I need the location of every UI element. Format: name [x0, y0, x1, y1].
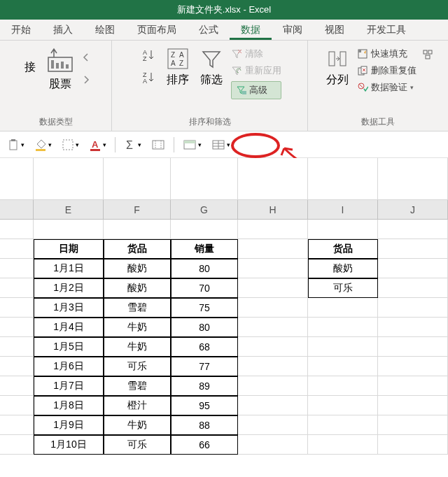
tab-view[interactable]: 视图	[314, 20, 356, 40]
cell[interactable]	[238, 298, 308, 318]
cell-side[interactable]: 可乐	[308, 278, 378, 298]
cell[interactable]	[238, 239, 308, 259]
cell-sales[interactable]: 80	[171, 318, 238, 337]
cell[interactable]	[378, 220, 448, 239]
advanced-filter-button[interactable]: 高级	[231, 81, 281, 99]
data-validation-button[interactable]: 数据验证 ▾	[357, 81, 416, 94]
cell[interactable]	[308, 357, 378, 376]
cell-product[interactable]: 酸奶	[104, 278, 171, 298]
qa-fill-color-button[interactable]: ▾	[33, 137, 53, 152]
sort-button[interactable]: ZAAZ 排序	[164, 45, 192, 90]
connections-button[interactable]: 接	[22, 57, 38, 78]
cell[interactable]	[0, 376, 34, 396]
sort-desc-button[interactable]: ZA	[141, 70, 155, 84]
col-header-F[interactable]: F	[104, 200, 171, 220]
cell[interactable]	[378, 278, 448, 298]
cell-blank[interactable]	[0, 158, 34, 200]
filter-button[interactable]: 筛选	[197, 45, 225, 90]
qa-conditional-format-button[interactable]: ▾	[181, 137, 203, 152]
cell[interactable]	[308, 337, 378, 357]
cell[interactable]	[238, 220, 308, 239]
col-header-I[interactable]: I	[308, 200, 378, 220]
cell[interactable]	[238, 278, 308, 298]
cell[interactable]	[308, 220, 378, 239]
tab-review[interactable]: 审阅	[272, 20, 314, 40]
cell-sales[interactable]: 70	[171, 278, 238, 298]
cell-product[interactable]: 牛奶	[104, 318, 171, 337]
cell[interactable]	[104, 220, 171, 239]
consolidate-button[interactable]	[422, 45, 433, 60]
cell[interactable]	[0, 415, 34, 435]
remove-duplicates-button[interactable]: 删除重复值	[357, 64, 416, 77]
cell[interactable]	[378, 376, 448, 396]
cell-blank[interactable]	[104, 158, 171, 200]
cell-product[interactable]: 橙汁	[104, 396, 171, 415]
cell[interactable]	[308, 298, 378, 318]
cell-blank[interactable]	[34, 158, 104, 200]
cell-header-date[interactable]: 日期	[34, 239, 104, 259]
cell-header-sales[interactable]: 销量	[171, 239, 238, 259]
tab-draw[interactable]: 绘图	[84, 20, 126, 40]
cell[interactable]	[308, 435, 378, 455]
cell[interactable]	[0, 337, 34, 357]
cell-header-product[interactable]: 货品	[104, 239, 171, 259]
cell-sales[interactable]: 80	[171, 259, 238, 278]
col-header-G[interactable]: G	[171, 200, 238, 220]
cell-product[interactable]: 可乐	[104, 435, 171, 455]
cell-date[interactable]: 1月3日	[34, 298, 104, 318]
cell-blank[interactable]	[171, 158, 238, 200]
qa-border-button[interactable]: ▾	[60, 137, 80, 152]
cell-product[interactable]: 酸奶	[104, 259, 171, 278]
cell[interactable]	[0, 239, 34, 259]
cell[interactable]	[308, 415, 378, 435]
clear-filter-button[interactable]: 清除	[231, 48, 281, 60]
cell-sales[interactable]: 88	[171, 415, 238, 435]
cell[interactable]	[238, 376, 308, 396]
cell-date[interactable]: 1月7日	[34, 376, 104, 396]
cell-blank[interactable]	[378, 158, 448, 200]
cell[interactable]	[238, 435, 308, 455]
tab-page-layout[interactable]: 页面布局	[126, 20, 188, 40]
reapply-button[interactable]: 重新应用	[231, 64, 281, 77]
cell-blank[interactable]	[238, 158, 308, 200]
cell[interactable]	[378, 259, 448, 278]
cell[interactable]	[34, 220, 104, 239]
cell[interactable]	[378, 298, 448, 318]
cell[interactable]	[378, 357, 448, 376]
cell[interactable]	[0, 435, 34, 455]
cell[interactable]	[238, 337, 308, 357]
cell[interactable]	[238, 318, 308, 337]
cell-product[interactable]: 可乐	[104, 357, 171, 376]
tab-developer[interactable]: 开发工具	[356, 20, 417, 40]
cell-side-header[interactable]: 货品	[308, 239, 378, 259]
cell-sales[interactable]: 75	[171, 298, 238, 318]
tab-insert[interactable]: 插入	[42, 20, 84, 40]
cell[interactable]	[171, 220, 238, 239]
worksheet[interactable]: E F G H I J 日期 货品 销量 货品 1月1日 酸奶 80 酸奶 1月…	[0, 158, 448, 455]
cell[interactable]	[238, 259, 308, 278]
cell-product[interactable]: 牛奶	[104, 415, 171, 435]
col-header-E[interactable]: E	[34, 200, 104, 220]
cell-blank[interactable]	[308, 158, 378, 200]
cell-date[interactable]: 1月2日	[34, 278, 104, 298]
cell-sales[interactable]: 68	[171, 337, 238, 357]
cell-date[interactable]: 1月8日	[34, 396, 104, 415]
cell[interactable]	[0, 357, 34, 376]
cell-product[interactable]: 牛奶	[104, 337, 171, 357]
tab-home[interactable]: 开始	[0, 20, 42, 40]
qa-autosum-button[interactable]: Σ▾	[122, 137, 143, 152]
cell-date[interactable]: 1月1日	[34, 259, 104, 278]
col-header-D[interactable]	[0, 200, 34, 220]
cell[interactable]	[308, 376, 378, 396]
cell-sales[interactable]: 95	[171, 396, 238, 415]
cell-sales[interactable]: 89	[171, 376, 238, 396]
cell[interactable]	[0, 278, 34, 298]
cell-date[interactable]: 1月5日	[34, 337, 104, 357]
cell[interactable]	[378, 337, 448, 357]
cell[interactable]	[378, 415, 448, 435]
col-header-H[interactable]: H	[238, 200, 308, 220]
cell[interactable]	[378, 435, 448, 455]
tab-data[interactable]: 数据	[230, 20, 272, 40]
flash-fill-button[interactable]: 快速填充	[357, 48, 416, 60]
cell[interactable]	[378, 239, 448, 259]
